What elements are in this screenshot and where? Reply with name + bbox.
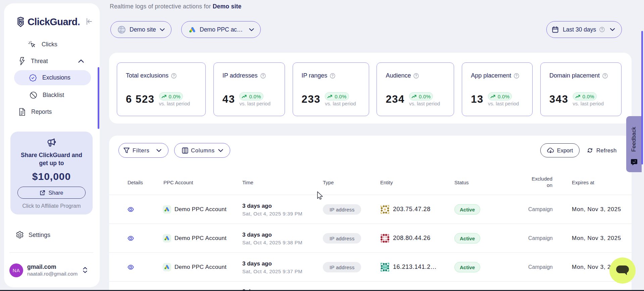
filter-funnel-icon: [123, 147, 130, 154]
sidebar-item-clicks[interactable]: Clicks: [4, 37, 100, 52]
status-badge: Active: [454, 233, 480, 243]
ppc-account-selector-dropdown[interactable]: Demo PPC ac…: [181, 21, 261, 38]
user-account-menu[interactable]: NA gmail.com naatali.ro@gmail.com: [9, 263, 94, 277]
columns-dropdown[interactable]: Columns: [174, 143, 230, 158]
trend-up-icon: [161, 95, 166, 98]
time-relative: 3 days ago: [242, 260, 302, 267]
page-scrollbar-thumb[interactable]: [641, 31, 643, 164]
help-icon[interactable]: [602, 73, 608, 79]
ppc-account-name: Demo PPC Account: [175, 235, 227, 242]
help-icon[interactable]: [330, 73, 335, 79]
table-row-partial: 3 d: [109, 281, 632, 291]
share-button[interactable]: Share: [17, 187, 86, 199]
table-header: Details PPC Account Time Type Entity Sta…: [109, 169, 632, 196]
stat-caption: vs. last period: [159, 101, 190, 106]
filters-dropdown[interactable]: Filters: [118, 143, 168, 158]
stat-card-audience: Audience 234 0.0% vs. last period: [377, 62, 454, 116]
ppc-account-name: Demo PPC Account: [175, 264, 227, 271]
sidebar-item-settings[interactable]: Settings: [4, 228, 100, 242]
affiliate-promo-card[interactable]: Share ClickGuard and get up to $10,000 S…: [10, 132, 93, 214]
sidebar-collapse-button[interactable]: [83, 15, 95, 28]
entity-identicon: [380, 205, 390, 214]
sidebar-item-label: Blacklist: [43, 92, 64, 99]
column-header-type[interactable]: Type: [323, 179, 334, 186]
help-icon[interactable]: [514, 73, 519, 79]
columns-icon: [182, 147, 188, 154]
column-header-details[interactable]: Details: [128, 179, 143, 186]
column-header-time[interactable]: Time: [242, 179, 253, 186]
sidebar-scrollbar-thumb[interactable]: [98, 67, 99, 129]
row-time: 3 days ago Sat, Oct 4, 2025 9:39 PM: [242, 202, 302, 216]
columns-label: Columns: [191, 147, 215, 154]
row-details-eye-button[interactable]: [128, 236, 134, 241]
sidebar-item-exclusions[interactable]: Exclusions: [14, 70, 91, 85]
eye-icon: [128, 207, 134, 212]
column-header-ppc-account[interactable]: PPC Account: [163, 179, 193, 186]
type-badge: IP address: [323, 262, 361, 272]
promo-text-line1: Share ClickGuard and: [10, 151, 93, 159]
ppc-account-name: Demo PPC Account: [175, 206, 227, 213]
ppc-account-selector-value: Demo PPC ac…: [200, 26, 243, 33]
column-header-excluded-on[interactable]: Excluded on: [528, 176, 552, 188]
help-icon[interactable]: [599, 27, 605, 32]
promo-text-line2: get up to: [10, 159, 93, 167]
user-email: naatali.ro@gmail.com: [27, 271, 78, 277]
time-absolute: Sat, Oct 4, 2025 9:37 PM: [242, 268, 302, 274]
export-button[interactable]: Export: [540, 143, 580, 157]
stat-label: IP ranges: [302, 72, 328, 79]
chat-widget-button[interactable]: [609, 257, 636, 284]
eye-icon: [128, 236, 134, 241]
trend-up-icon: [327, 95, 332, 98]
stat-value: 233: [302, 94, 321, 104]
table-row: Demo PPC Account 3 days ago Sat, Oct 4, …: [109, 252, 632, 281]
refresh-button[interactable]: Refresh: [587, 143, 617, 157]
column-header-status[interactable]: Status: [454, 179, 469, 186]
row-time: 3 days ago Sat, Oct 4, 2025 9:37 PM: [242, 260, 302, 274]
status-badge: Active: [454, 262, 480, 272]
sidebar-divider: [9, 252, 93, 253]
sidebar-item-label: Threat: [31, 58, 48, 65]
sidebar-item-threat[interactable]: Threat: [4, 54, 100, 68]
stat-label: App placement: [471, 72, 511, 79]
row-details-eye-button[interactable]: [128, 207, 134, 212]
feedback-tab[interactable]: Feedback: [626, 116, 642, 172]
sidebar: ClickGuard. Clicks Threat: [4, 3, 100, 287]
sidebar-item-reports[interactable]: Reports: [4, 104, 100, 119]
help-icon[interactable]: [260, 73, 266, 79]
row-excluded-on: Campaign: [508, 235, 553, 241]
help-icon[interactable]: [171, 73, 177, 79]
stat-caption: vs. last period: [239, 101, 270, 106]
row-type: IP address: [323, 233, 361, 243]
stat-card-domain-placement: Domain placement 343 0.0% vs. last perio…: [540, 62, 622, 116]
type-badge: IP address: [323, 233, 361, 243]
feedback-label: Feedback: [631, 127, 637, 152]
trend-up-icon: [575, 95, 580, 98]
site-selector-dropdown[interactable]: Demo site: [110, 21, 171, 38]
affiliate-link[interactable]: Click to Affiliate Program: [10, 203, 93, 209]
refresh-icon: [587, 147, 593, 153]
trend-up-icon: [242, 95, 247, 98]
help-icon[interactable]: [413, 73, 419, 79]
column-header-entity[interactable]: Entity: [380, 179, 393, 186]
share-button-label: Share: [48, 190, 63, 196]
column-header-expires-at[interactable]: Expires at: [572, 179, 594, 186]
date-range-selector[interactable]: Last 30 days: [546, 21, 622, 38]
row-status: Active: [454, 262, 480, 272]
sidebar-item-blacklist[interactable]: Blacklist: [4, 88, 100, 102]
sidebar-item-label: Reports: [31, 108, 52, 115]
row-type: IP address: [323, 204, 361, 214]
stat-card-ip-addresses: IP addresses 43 0.0% vs. last period: [213, 62, 285, 116]
chat-bubble-icon: [615, 265, 630, 276]
stat-label: IP addresses: [222, 72, 258, 79]
row-time: 3 days ago Sat, Oct 4, 2025 9:38 PM: [242, 231, 302, 245]
ban-icon: [29, 91, 37, 99]
entity-value: 16.213.141.2…: [393, 263, 437, 271]
row-entity: 203.75.47.28: [380, 205, 431, 214]
time-relative: 3 days ago: [242, 202, 302, 209]
row-details-eye-button[interactable]: [128, 264, 134, 270]
stat-change-badge: 0.0%: [239, 92, 263, 100]
stat-label: Audience: [386, 72, 411, 79]
stat-change-badge: 0.0%: [573, 92, 597, 100]
stat-label: Domain placement: [549, 72, 600, 79]
sidebar-item-label: Settings: [29, 232, 50, 239]
